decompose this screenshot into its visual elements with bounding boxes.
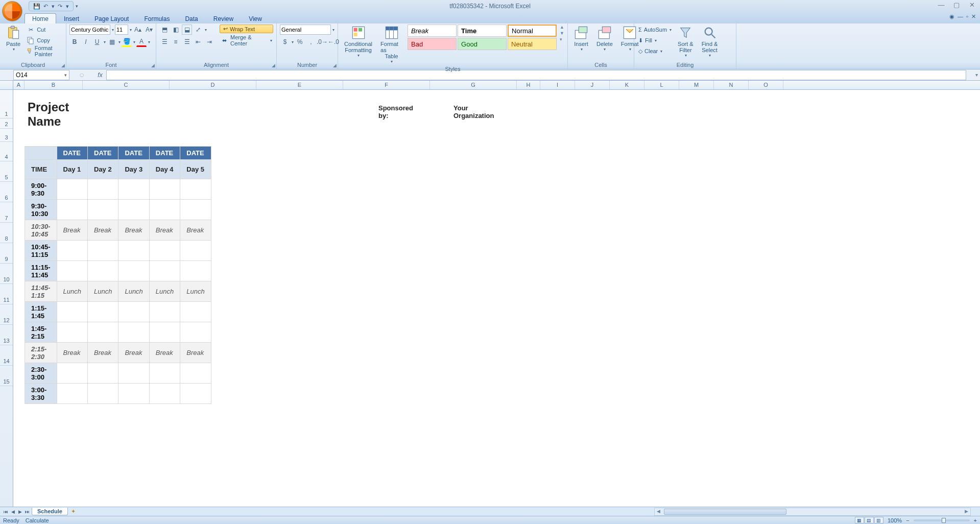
schedule-cell[interactable] xyxy=(118,241,149,261)
schedule-cell[interactable] xyxy=(88,384,118,404)
normal-view-icon[interactable]: ▦ xyxy=(855,517,864,523)
scrollbar-thumb[interactable] xyxy=(664,509,786,515)
tab-page-layout[interactable]: Page Layout xyxy=(87,13,136,23)
schedule-cell[interactable] xyxy=(149,179,180,200)
schedule-cell[interactable] xyxy=(149,363,180,384)
time-cell[interactable]: 11:45-1:15 xyxy=(25,281,57,302)
schedule-cell[interactable] xyxy=(149,261,180,281)
orientation-icon[interactable]: ⤢ xyxy=(193,25,203,35)
sort-filter-button[interactable]: Sort &Filter▾ xyxy=(675,25,697,59)
schedule-cell[interactable] xyxy=(149,241,180,261)
fill-color-icon[interactable]: 🪣 xyxy=(122,37,132,47)
zoom-out-icon[interactable]: − xyxy=(906,517,909,523)
decrease-decimal-icon[interactable]: ←.0 xyxy=(328,37,339,47)
align-left-icon[interactable]: ☰ xyxy=(159,37,170,47)
schedule-cell[interactable]: Lunch xyxy=(149,281,180,302)
clipboard-launcher-icon[interactable]: ◢ xyxy=(61,63,65,68)
column-header[interactable]: M xyxy=(679,81,714,89)
time-cell[interactable]: 10:30-10:45 xyxy=(25,220,57,241)
column-header[interactable]: L xyxy=(644,81,679,89)
align-top-icon[interactable]: ⬒ xyxy=(159,25,170,35)
tab-insert[interactable]: Insert xyxy=(56,13,87,23)
schedule-cell[interactable] xyxy=(88,261,118,281)
tab-formulas[interactable]: Formulas xyxy=(136,13,177,23)
conditional-formatting-button[interactable]: ConditionalFormatting▾ xyxy=(341,25,375,59)
fx-icon[interactable]: fx xyxy=(94,72,106,79)
bold-icon[interactable]: B xyxy=(69,37,80,47)
schedule-cell[interactable] xyxy=(88,200,118,220)
office-button[interactable] xyxy=(2,1,22,21)
insert-cells-button[interactable]: Insert▾ xyxy=(571,25,591,53)
column-header[interactable]: B xyxy=(25,81,83,89)
horizontal-scrollbar[interactable]: ◀ ▶ xyxy=(654,508,971,516)
column-header[interactable]: C xyxy=(83,81,170,89)
time-cell[interactable]: 2:15-2:30 xyxy=(25,343,57,363)
align-center-icon[interactable]: ≡ xyxy=(171,37,181,47)
decrease-indent-icon[interactable]: ⇤ xyxy=(193,37,203,47)
qat-customize-icon[interactable]: ▾ xyxy=(76,4,78,9)
schedule-cell[interactable] xyxy=(180,302,211,322)
autosum-button[interactable]: ΣAutoSum▾ xyxy=(637,25,673,35)
schedule-cell[interactable] xyxy=(118,179,149,200)
schedule-cell[interactable]: Break xyxy=(57,343,87,363)
schedule-cell[interactable]: Break xyxy=(149,220,180,241)
schedule-cell[interactable] xyxy=(149,322,180,343)
ribbon-restore-icon[interactable]: ▫ xyxy=(966,13,968,20)
column-header[interactable]: K xyxy=(610,81,644,89)
column-header[interactable]: N xyxy=(714,81,749,89)
row-header[interactable]: 1 xyxy=(0,90,13,118)
schedule-cell[interactable] xyxy=(149,384,180,404)
save-icon[interactable]: 💾 xyxy=(33,3,40,10)
schedule-cell[interactable] xyxy=(118,322,149,343)
schedule-cell[interactable]: Lunch xyxy=(88,281,118,302)
row-header[interactable]: 7 xyxy=(0,202,13,223)
name-box[interactable]: O14▾ xyxy=(13,70,69,80)
schedule-cell[interactable] xyxy=(118,200,149,220)
clear-button[interactable]: ◇Clear▾ xyxy=(637,46,673,56)
fill-button[interactable]: ⬇Fill▾ xyxy=(637,35,673,45)
time-cell[interactable]: 1:15-1:45 xyxy=(25,302,57,322)
row-header[interactable]: 15 xyxy=(0,366,13,386)
schedule-cell[interactable]: Break xyxy=(180,220,211,241)
styles-scroll-down-icon[interactable]: ▼ xyxy=(560,31,564,36)
row-header[interactable]: 2 xyxy=(0,118,13,129)
cell-style-neutral[interactable]: Neutral xyxy=(508,38,557,50)
time-cell[interactable]: 1:45-2:15 xyxy=(25,322,57,343)
spreadsheet-grid[interactable]: ABCDEFGHIJKLMNO 123456789101112131415 Pr… xyxy=(0,81,980,509)
row-header[interactable]: 6 xyxy=(0,182,13,202)
schedule-cell[interactable] xyxy=(57,302,87,322)
shrink-font-icon[interactable]: A▾ xyxy=(144,25,154,35)
redo-icon[interactable]: ↷ xyxy=(58,3,62,10)
schedule-cell[interactable] xyxy=(88,322,118,343)
sheet-nav-prev-icon[interactable]: ◀ xyxy=(9,509,16,514)
schedule-cell[interactable]: Break xyxy=(118,220,149,241)
format-as-table-button[interactable]: Format asTable▾ xyxy=(377,25,405,65)
format-painter-button[interactable]: Format Painter xyxy=(26,46,63,56)
number-launcher-icon[interactable]: ◢ xyxy=(333,63,337,68)
tab-view[interactable]: View xyxy=(241,13,270,23)
font-color-icon[interactable]: A xyxy=(136,37,147,47)
schedule-cell[interactable] xyxy=(180,200,211,220)
column-header[interactable]: E xyxy=(256,81,343,89)
schedule-cell[interactable] xyxy=(57,363,87,384)
merge-center-button[interactable]: ⬌Merge & Center▾ xyxy=(220,35,273,45)
schedule-cell[interactable] xyxy=(88,241,118,261)
comma-format-icon[interactable]: , xyxy=(306,37,316,47)
accounting-format-icon[interactable]: $ xyxy=(280,37,290,47)
help-icon[interactable]: ◉ xyxy=(949,13,954,20)
find-select-button[interactable]: Find &Select▾ xyxy=(699,25,721,59)
align-middle-icon[interactable]: ◧ xyxy=(171,25,181,35)
column-header[interactable]: O xyxy=(749,81,783,89)
font-name-input[interactable] xyxy=(69,25,110,35)
schedule-cell[interactable]: Break xyxy=(180,343,211,363)
sheet-nav-first-icon[interactable]: ⏮ xyxy=(2,509,9,514)
schedule-cell[interactable]: Break xyxy=(88,220,118,241)
wrap-text-button[interactable]: ↩Wrap Text xyxy=(220,25,273,33)
schedule-cell[interactable] xyxy=(118,384,149,404)
styles-more-icon[interactable]: ▾ xyxy=(560,37,564,42)
undo-icon[interactable]: ↶ xyxy=(43,3,48,10)
time-cell[interactable]: 11:15-11:45 xyxy=(25,261,57,281)
maximize-icon[interactable]: ▢ xyxy=(951,1,962,9)
sheet-tab-schedule[interactable]: Schedule xyxy=(32,508,68,515)
schedule-cell[interactable]: Lunch xyxy=(180,281,211,302)
